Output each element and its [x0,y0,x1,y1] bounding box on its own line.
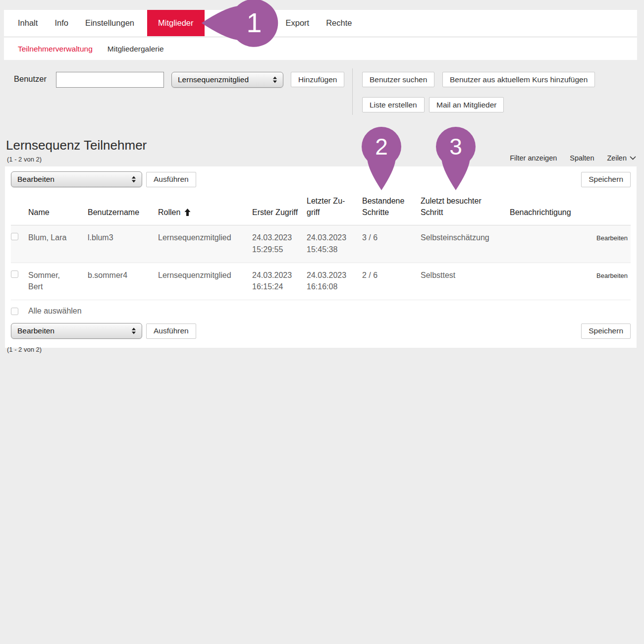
annotation-pin-2-number: 2 [375,134,388,160]
mail-an-mitglieder-button[interactable]: Mail an Mitglieder [429,97,504,112]
cell-last-access: 24.03.2023 16:16:08 [307,263,362,300]
cell-first-access: 24.03.2023 16:15:24 [252,263,307,300]
cell-role: Lernsequenzmitglied [158,225,252,263]
filter-anzeigen-link[interactable]: Filter anzeigen [510,154,557,162]
result-count-top: (1 - 2 von 2) [7,156,42,163]
sort-ascending-icon [184,209,191,216]
cell-first-access: 24.03.2023 15:29:55 [252,225,307,263]
annotation-pin-2: 2 [361,126,402,191]
row-checkbox[interactable] [11,233,18,240]
col-header-bestandene-schritte[interactable]: Bestandene Schritte [362,192,421,225]
hinzufuegen-button[interactable]: Hinzufügen [291,72,344,87]
role-select[interactable]: Lernsequenzmitglied [171,72,283,88]
nav-item-inhalt[interactable]: Inhalt [14,10,42,36]
bulk-action-select-bottom[interactable]: Bearbeiten [11,323,142,339]
benutzer-aus-kurs-button[interactable]: Benutzer aus aktuellem Kurs hinzufügen [442,72,595,87]
header-row: Name Benutzername Rollen Erster Zu­griff… [11,192,631,225]
table-row: Blum, Lara l.blum3 Lernsequenzmitglied 2… [11,225,631,263]
bulk-action-select-top[interactable]: Bearbeiten [11,171,142,187]
col-header-benutzername[interactable]: Benutzername [88,192,158,225]
col-header-erster-zugriff[interactable]: Erster Zu­griff [252,192,307,225]
table-toolbar-top: Bearbeiten Ausführen Speichern [5,166,637,190]
zeilen-link-label: Zeilen [607,154,627,162]
ausfuehren-button-top[interactable]: Ausführen [146,172,196,187]
bulk-action-select-bottom-value: Bearbeiten [17,326,54,335]
col-header-letzter-zugriff[interactable]: Letzter Zu­griff [307,192,362,225]
row-bearbeiten-link[interactable]: Bearbeiten [596,272,628,279]
zeilen-link[interactable]: Zeilen [607,154,637,162]
cell-notification [510,225,584,263]
spalten-link[interactable]: Spalten [570,154,594,162]
select-all-checkbox[interactable] [11,308,18,315]
benutzer-label: Benutzer [14,74,47,84]
role-select-value: Lernsequenzmitglied [178,75,249,84]
select-arrows-icon [132,176,136,183]
cell-username: l.blum3 [88,225,158,263]
page: Inhalt Info Einstellungen Mitglieder Exp… [0,0,644,644]
table-row: Sommer, Bert b.sommer4 Lernsequenzmitgli… [11,263,631,300]
annotation-pin-3: 3 [435,126,476,191]
members-table-panel: Bearbeiten Ausführen Speichern Name Benu… [5,166,637,348]
cell-name: Sommer, Bert [28,263,88,300]
cell-username: b.sommer4 [88,263,158,300]
subnav-item-mitgliedergalerie[interactable]: Mitgliedergalerie [104,45,168,54]
nav-item-einstellungen[interactable]: Einstellungen [81,10,138,36]
form-divider [352,68,353,115]
col-header-actions [584,192,631,225]
cell-notification [510,263,584,300]
col-header-zuletzt-besuchter-schritt[interactable]: Zuletzt besuchter Schritt [421,192,510,225]
cell-last-visited-step: Selbsteinschätzung [421,225,510,263]
select-all-label: Alle auswählen [28,307,82,316]
subnav-item-teilnehmerverwaltung[interactable]: Teilnehmerverwaltung [14,45,97,54]
row-checkbox[interactable] [11,270,18,278]
page-title: Lernsequenz Teilnehmer [6,138,147,153]
col-header-rollen[interactable]: Rollen [158,192,252,225]
select-arrows-icon [273,77,277,83]
col-header-benachrichtigung[interactable]: Benachrichtigung [510,192,584,225]
col-header-rollen-label: Rollen [158,207,180,218]
cell-passed-steps: 3 / 6 [362,225,421,263]
header-checkbox-spacer [11,192,28,225]
cell-passed-steps: 2 / 6 [362,263,421,300]
col-header-name[interactable]: Name [28,192,88,225]
sub-navbar: Teilnehmerverwaltung Mitgliedergalerie [4,38,637,60]
speichern-button-bottom[interactable]: Speichern [581,323,631,339]
bulk-action-select-top-value: Bearbeiten [17,175,54,184]
annotation-pin-1-number: 1 [247,7,262,38]
result-count-bottom: (1 - 2 von 2) [7,346,42,353]
table-links: Filter anzeigen Spalten Zeilen [510,154,636,162]
nav-item-rechte[interactable]: Rechte [322,10,356,36]
members-table: Name Benutzername Rollen Erster Zu­griff… [11,192,631,300]
ausfuehren-button-bottom[interactable]: Ausführen [146,323,196,339]
cell-name: Blum, Lara [28,225,88,263]
nav-item-export[interactable]: Export [282,10,314,36]
cell-last-visited-step: Selbsttest [421,263,510,300]
chevron-down-icon [630,156,636,160]
annotation-pin-1: 1 [200,0,279,48]
row-bearbeiten-link[interactable]: Bearbeiten [596,234,628,242]
nav-item-info[interactable]: Info [51,10,72,36]
table-toolbar-bottom: Bearbeiten Ausführen Speichern [5,322,637,342]
annotation-pin-3-number: 3 [449,134,462,160]
speichern-button-top[interactable]: Speichern [581,172,631,187]
benutzer-input[interactable] [56,72,164,88]
top-navbar: Inhalt Info Einstellungen Mitglieder Exp… [4,10,637,36]
benutzer-suchen-button[interactable]: Benutzer suchen [362,72,434,87]
select-all-row: Alle auswählen [5,300,637,322]
select-arrows-icon [132,328,136,334]
nav-item-mitglieder[interactable]: Mitglieder [147,10,205,36]
cell-last-access: 24.03.2023 15:45:38 [307,225,362,263]
liste-erstellen-button[interactable]: Liste erstellen [362,97,425,112]
cell-role: Lernsequenzmitglied [158,263,252,300]
